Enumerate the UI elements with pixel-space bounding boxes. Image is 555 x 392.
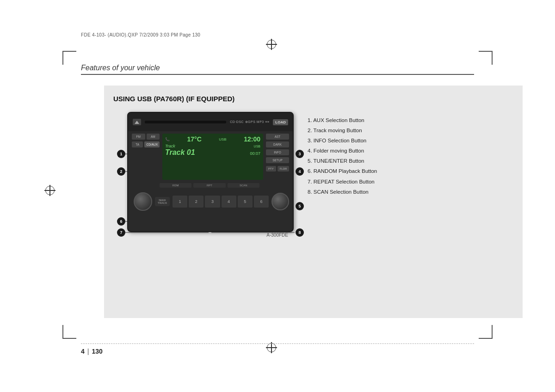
callout-3: 3. INFO Selection Button [308,137,377,144]
tune-knob[interactable] [271,193,289,210]
setup-button[interactable]: SETUP [266,157,289,163]
fm-button[interactable]: FM [132,134,145,140]
screen-time: 12:00 [244,135,260,143]
page-footer: 4 | 130 [81,343,474,355]
image-ref: A-300FDE [266,233,288,238]
header-bar: FDE 4-103- (AUDIO).QXP 7/2/2009 3:03 PM … [81,32,474,39]
diagram-area: 1 2 3 4 5 [113,112,513,241]
seek-track-button[interactable]: SEEK TRACK [155,197,170,206]
screen-track-row: Track USB [165,144,260,148]
scan-button[interactable]: SCAN [228,183,259,188]
ta-button[interactable]: TA [132,141,143,147]
eject-icon [135,121,139,124]
preset-4[interactable]: 4 [222,196,236,208]
screen-track-num-row: Track 01 00:07 [165,148,260,157]
call-icon: 📞 [165,137,170,141]
callout-1: 1. AUX Selection Button [308,116,377,124]
preset-5[interactable]: 5 [238,196,253,208]
page-title: Features of your vehicle [81,64,474,72]
file-info: FDE 4-103- (AUDIO).QXP 7/2/2009 3:03 PM … [81,32,474,37]
logo-area: CD·DSC ⊕GPS MP3 ≡≡ [230,120,269,124]
screen-mode: USB [219,137,226,141]
screen-track-label: Track [165,144,175,148]
radio-top-strip: CD·DSC ⊕GPS MP3 ≡≡ LOAD [128,113,293,131]
callout-6: 6. RANDOM Playback Button [308,167,377,175]
radio-screen: 📞 17°C USB 12:00 Track USB Track 01 00:0… [162,134,263,180]
page-title-section: Features of your vehicle [81,64,474,75]
chapter-number: 4 [81,348,85,355]
preset-1[interactable]: 1 [173,196,187,208]
function-row: RDM RPT SCAN [128,182,293,189]
preset-2[interactable]: 2 [189,196,204,208]
screen-track-num: Track 01 [165,148,195,157]
callout-labels: 1. AUX Selection Button 2. Track moving … [303,112,377,198]
content-box: USING USB (PA760R) (IF EQUIPPED) 1 2 3 4 [104,86,523,318]
callout-2: 2. Track moving Button [308,127,377,134]
corner-mark-tr [479,51,493,65]
corner-mark-tl [62,51,76,65]
ast-button[interactable]: AST [266,134,289,140]
callout-7: 7. REPEAT Selection Button [308,178,377,185]
pty-button[interactable]: PTY [266,166,276,172]
reg-cross-top [266,39,277,50]
callout-8: 8. SCAN Selection Button [308,188,377,196]
reg-cross-left [44,185,56,196]
callout-4: 4. Folder moving Button [308,147,377,154]
fm-am-row: FM AM [132,134,160,140]
info-button[interactable]: INFO [266,149,289,155]
cdaux-button[interactable]: CD/AUX [144,141,160,147]
radio-unit: CD·DSC ⊕GPS MP3 ≡≡ LOAD FM AM TA [127,112,294,232]
screen-top-row: 📞 17°C USB 12:00 [165,135,260,143]
corner-mark-br [479,325,493,339]
corner-mark-bl [62,325,76,339]
rpt-button[interactable]: RPT [193,183,225,188]
radio-bottom: SEEK TRACK 1 2 3 4 5 6 [128,189,293,214]
dark-button[interactable]: DARK [266,141,289,147]
pty-fldr-row: PTY FLDR [266,166,289,172]
volume-knob[interactable] [134,192,152,211]
eject-button[interactable] [133,119,141,125]
screen-usb: USB [254,145,260,148]
section-title: USING USB (PA760R) (IF EQUIPPED) [113,95,513,103]
track-label-bottom: TRACK [156,202,168,204]
radio-right-buttons: AST DARK INFO SETUP PTY FLDR [266,134,289,180]
radio-diagram: 1 2 3 4 5 [127,112,294,241]
am-button[interactable]: AM [147,134,160,140]
radio-left-buttons: FM AM TA CD/AUX [132,134,160,180]
page-number: 130 [92,348,102,355]
load-button[interactable]: LOAD [273,119,288,125]
cd-slot [145,121,226,123]
screen-time-display: 00:07 [250,151,260,156]
radio-middle: FM AM TA CD/AUX 📞 17°C USB [128,131,293,182]
screen-temp: 17°C [187,135,201,143]
preset-6[interactable]: 6 [254,196,269,208]
rdm-button[interactable]: RDM [160,183,191,188]
callout-5: 5. TUNE/ENTER Button [308,157,377,165]
page-separator: | [87,348,89,355]
ta-cdaux-row: TA CD/AUX [132,141,160,147]
fldr-button[interactable]: FLDR [278,166,290,172]
preset-buttons: 1 2 3 4 5 6 [173,196,269,208]
logo-text: CD·DSC ⊕GPS MP3 ≡≡ [230,120,269,124]
preset-3[interactable]: 3 [205,196,220,208]
